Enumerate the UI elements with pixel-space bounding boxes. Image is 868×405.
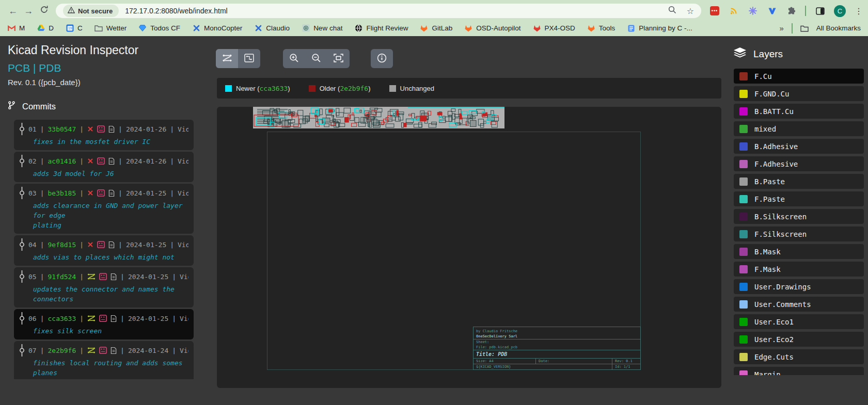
commit-card[interactable]: 04 | 9ef8d15 | | 2024-01-25 |	[14, 235, 194, 266]
doc-icon[interactable]	[108, 241, 115, 249]
toolbar-button[interactable]	[305, 49, 327, 68]
doc-icon[interactable]	[111, 315, 117, 322]
commit-card[interactable]: 06 | cca3633 | | 2024-01-25 |	[14, 309, 194, 339]
commit-card[interactable]: 07 | 2e2b9f6 | | 2024-01-24 |	[14, 341, 194, 379]
vpn-extension-icon[interactable]	[767, 6, 777, 16]
layer-row[interactable]: B.Mask	[734, 244, 864, 259]
all-bookmarks-label[interactable]: All Bookmarks	[816, 24, 861, 32]
zoom-page-icon[interactable]	[668, 6, 676, 16]
back-icon[interactable]: ←	[5, 6, 21, 17]
pcb-diff-icon[interactable]	[97, 189, 105, 197]
layer-row[interactable]: B.Adhesive	[734, 139, 864, 154]
bookmark[interactable]: MonoCopter	[192, 24, 242, 33]
titleblock-id: Id: 1/1	[612, 364, 640, 369]
bookmark[interactable]: Wetter	[94, 24, 127, 33]
rss-extension-icon[interactable]	[729, 6, 739, 16]
bookmark[interactable]: PX4-OSD	[533, 24, 575, 33]
toolbar-button[interactable]	[327, 49, 350, 68]
address-bar[interactable]: Not secure 172.17.0.2:8080/web/index.htm…	[56, 4, 701, 18]
doc-icon[interactable]	[108, 157, 115, 165]
layers-icon	[734, 47, 746, 61]
pcb-diff-icon[interactable]	[97, 241, 105, 248]
bookmark[interactable]: Tools	[587, 24, 616, 33]
bookmark[interactable]: 19 C	[66, 24, 83, 33]
doc-icon[interactable]	[108, 125, 115, 133]
layer-row[interactable]: User.Eco1	[734, 314, 864, 329]
reload-icon[interactable]	[36, 5, 52, 17]
bookmark[interactable]: D	[37, 24, 54, 33]
compare-icon	[222, 54, 232, 64]
layer-row[interactable]: B.Silkscreen	[734, 209, 864, 224]
commits-header: Commits	[8, 101, 194, 112]
layer-color-swatch	[739, 353, 748, 361]
layer-row[interactable]: F.GND.Cu	[734, 86, 864, 101]
commit-author: Vidit Kat	[178, 156, 188, 166]
toolbar-button[interactable]	[283, 49, 305, 68]
profile-avatar[interactable]: C	[834, 5, 846, 17]
pcb-diff-icon[interactable]	[97, 157, 105, 165]
side-panel-icon[interactable]	[815, 6, 825, 16]
title-block: by Claudio Fritsche OneSecDelivery Sarl …	[473, 327, 641, 370]
xapp-icon	[254, 24, 262, 33]
layer-row[interactable]: F.Paste	[734, 191, 864, 206]
forward-icon[interactable]: →	[21, 6, 36, 17]
toolbar-button[interactable]	[238, 49, 260, 68]
bookmark[interactable]: OSD-Autopilot	[464, 24, 520, 33]
layer-row[interactable]: B.BATT.Cu	[734, 104, 864, 119]
layer-row[interactable]: F.Cu	[734, 69, 864, 84]
pcb-board-render[interactable]	[253, 107, 504, 128]
bookmark[interactable]: Planning by C -...	[627, 24, 692, 33]
layer-row[interactable]: F.Mask	[734, 262, 864, 277]
layer-row[interactable]: Margin	[734, 367, 864, 375]
security-chip[interactable]: Not secure	[63, 5, 119, 17]
toolbar-button[interactable]	[216, 49, 238, 68]
legend-item: Newer (cca3633)	[225, 85, 290, 92]
bookmark-star-icon[interactable]: ☆	[687, 6, 694, 16]
toolbar-button[interactable]	[371, 49, 393, 68]
commit-card[interactable]: 02 | ac01416 | | 2024-01-26 |	[14, 152, 194, 182]
layer-label: mixed	[754, 125, 776, 133]
extensions-area: ••• C ⋮	[709, 5, 863, 17]
commit-card[interactable]: 01 | 33b0547 | | 2024-01-26 |	[14, 120, 194, 150]
commit-date: 2024-01-25	[126, 240, 166, 250]
bookmarks-overflow-chevron[interactable]: »	[779, 24, 783, 33]
layer-row[interactable]: F.Silkscreen	[734, 226, 864, 241]
bookmark[interactable]: Claudio	[254, 24, 290, 33]
pcb-diff-icon[interactable]	[99, 347, 107, 354]
layer-label: Edge.Cuts	[754, 353, 794, 361]
bookmark[interactable]: M	[7, 24, 25, 33]
doc-icon[interactable]	[108, 189, 115, 197]
doc-icon[interactable]	[111, 273, 117, 281]
layer-row[interactable]: F.Adhesive	[734, 156, 864, 171]
extensions-puzzle-icon[interactable]	[786, 6, 796, 16]
layer-row[interactable]: Edge.Cuts	[734, 349, 864, 364]
commit-hash: 2e2b9f6	[48, 346, 76, 355]
bookmark[interactable]: New chat	[302, 24, 342, 33]
titleblock-version: ${KICAD_VERSION}	[474, 364, 612, 369]
pcb-viewer[interactable]: by Claudio Fritsche OneSecDelivery Sarl …	[217, 107, 721, 388]
layer-row[interactable]: User.Comments	[734, 297, 864, 312]
commit-hash: be3b185	[48, 188, 76, 198]
layer-row[interactable]: User.Eco2	[734, 332, 864, 347]
commit-date: 2024-01-25	[128, 314, 168, 323]
pcb-link[interactable]: PCB	[8, 62, 30, 74]
layer-row[interactable]: B.Paste	[734, 174, 864, 189]
snowflake-extension-icon[interactable]	[748, 6, 758, 16]
bookmark[interactable]: Flight Review	[354, 24, 408, 33]
bookmark[interactable]: GitLab	[420, 24, 452, 33]
layer-color-swatch	[739, 195, 748, 203]
commit-card[interactable]: 05 | 91fd524 | | 2024-01-25 |	[14, 267, 194, 307]
legend-swatch	[309, 85, 315, 92]
pcb-diff-icon[interactable]	[99, 273, 107, 280]
password-extension-icon[interactable]: •••	[709, 6, 720, 16]
menu-kebab-icon[interactable]: ⋮	[855, 6, 863, 16]
pcb-diff-icon[interactable]	[99, 315, 107, 322]
pdb-link[interactable]: PDB	[39, 62, 61, 74]
layer-row[interactable]: mixed	[734, 121, 864, 136]
commit-card[interactable]: 03 | be3b185 | | 2024-01-25 |	[14, 184, 194, 234]
doc-icon[interactable]	[111, 347, 117, 354]
git-branch-icon	[8, 101, 15, 112]
bookmark[interactable]: Todos CF	[138, 24, 180, 33]
layer-row[interactable]: User.Drawings	[734, 279, 864, 294]
pcb-diff-icon[interactable]	[97, 125, 105, 133]
